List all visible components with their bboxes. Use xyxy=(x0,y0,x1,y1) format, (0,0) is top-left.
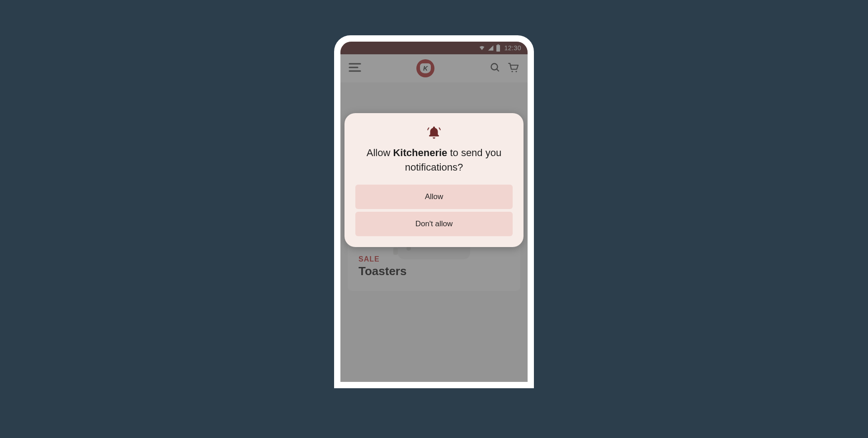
phone-frame: 12:30 K xyxy=(334,35,534,388)
notification-permission-dialog: Allow Kitchenerie to send you notificati… xyxy=(344,113,524,247)
deny-button[interactable]: Don't allow xyxy=(355,212,513,236)
dialog-app-name: Kitchenerie xyxy=(393,147,447,158)
screen: 12:30 K xyxy=(340,42,528,382)
dialog-message: Allow Kitchenerie to send you notificati… xyxy=(355,146,513,175)
allow-button[interactable]: Allow xyxy=(355,185,513,209)
dialog-prefix: Allow xyxy=(367,147,393,158)
bell-icon xyxy=(355,125,513,140)
